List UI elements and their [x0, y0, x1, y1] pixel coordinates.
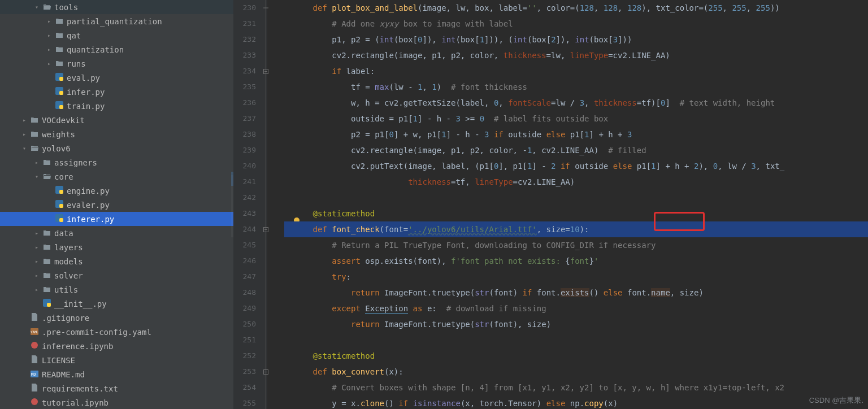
tree-item-label: layers	[54, 243, 83, 252]
tree-item-runs[interactable]: ▸runs	[0, 56, 233, 71]
code-line[interactable]: @staticmethod	[284, 348, 868, 364]
chevron-right-icon[interactable]: ▸	[33, 258, 41, 264]
folder-open-icon	[29, 144, 40, 153]
tree-item-label: requirements.txt	[42, 384, 118, 393]
code-line[interactable]: cv2.rectangle(image, p1, p2, color, thic…	[284, 47, 868, 63]
code-line[interactable]: # Convert boxes with shape [n, 4] from […	[284, 380, 868, 395]
fold-toggle-icon[interactable]	[263, 68, 268, 74]
code-line[interactable]: @staticmethod	[284, 206, 868, 221]
code-line[interactable]: # Return a PIL TrueType Font, downloadin…	[284, 237, 868, 253]
tree-item-evaler-py[interactable]: evaler.py	[0, 198, 233, 212]
code-line[interactable]: # Add one xyxy box to image with label	[284, 16, 868, 32]
line-number: 232	[233, 32, 256, 47]
code-line[interactable]	[284, 332, 868, 348]
py-icon	[54, 214, 64, 224]
chevron-right-icon[interactable]: ▸	[20, 131, 28, 137]
code-line[interactable]	[284, 190, 868, 206]
tree-item-core[interactable]: ▾core	[0, 169, 233, 184]
tree-item-weights[interactable]: ▸weights	[0, 127, 233, 141]
code-line[interactable]: thickness=tf, lineType=cv2.LINE_AA)	[284, 174, 868, 190]
code-line[interactable]: if label:	[284, 63, 868, 79]
folder-icon	[42, 257, 52, 266]
tree-item-partial-quantization[interactable]: ▸partial_quantization	[0, 14, 233, 28]
code-line[interactable]: p1, p2 = (int(box[0]), int(box[1])), (in…	[284, 32, 868, 47]
tree-item-infer-py[interactable]: infer.py	[0, 85, 233, 99]
svg-text:YAML: YAML	[31, 330, 38, 334]
folder-icon	[54, 59, 64, 68]
code-line[interactable]: def plot_box_and_label(image, lw, box, l…	[284, 0, 868, 16]
tree-item-readme-md[interactable]: MDREADME.md	[0, 367, 233, 381]
code-line[interactable]: tf = max(lw - 1, 1) # font thickness	[284, 79, 868, 95]
chevron-right-icon[interactable]: ▸	[33, 244, 41, 250]
code-line[interactable]: try:	[284, 269, 868, 285]
code-line[interactable]: def font_check(font='../yolov6/utils/Ari…	[284, 221, 868, 237]
code-line[interactable]: w, h = cv2.getTextSize(label, 0, fontSca…	[284, 95, 868, 111]
code-line[interactable]: def box_convert(x):	[284, 364, 868, 380]
fold-toggle-icon[interactable]	[263, 5, 268, 11]
tree-item-engine-py[interactable]: engine.py	[0, 184, 233, 198]
tree-item-assigners[interactable]: ▸assigners	[0, 155, 233, 169]
tree-item-label: partial_quantization	[67, 17, 162, 26]
tree-item-yolov6[interactable]: ▾yolov6	[0, 141, 233, 155]
tree-item-label: LICENSE	[42, 356, 75, 365]
chevron-right-icon[interactable]: ▸	[45, 46, 53, 53]
tree-item-tools[interactable]: ▾tools	[0, 0, 233, 14]
line-number: 230	[233, 0, 256, 16]
chevron-right-icon[interactable]: ▸	[45, 18, 53, 24]
line-number: 246	[233, 253, 256, 269]
watermark-text: CSDN @吉果果.	[809, 395, 863, 406]
folder-icon	[42, 158, 52, 167]
code-line[interactable]: outside = p1[1] - h - 3 >= 0 # label fit…	[284, 111, 868, 127]
chevron-down-icon[interactable]: ▾	[33, 4, 41, 10]
tree-item-label: eval.py	[67, 73, 100, 82]
chevron-down-icon[interactable]: ▾	[20, 145, 28, 151]
tree-item-inference-ipynb[interactable]: inference.ipynb	[0, 339, 233, 353]
chevron-right-icon[interactable]: ▸	[33, 286, 41, 293]
tree-item-models[interactable]: ▸models	[0, 254, 233, 268]
code-area[interactable]: def plot_box_and_label(image, lw, box, l…	[267, 0, 868, 409]
tree-item-vocdevkit[interactable]: ▸VOCdevkit	[0, 113, 233, 127]
line-number: 233	[233, 47, 256, 63]
tree-item-license[interactable]: LICENSE	[0, 353, 233, 367]
project-tree-panel[interactable]: ▾tools▸partial_quantization▸qat▸quantiza…	[0, 0, 233, 409]
tree-item-utils[interactable]: ▸utils	[0, 282, 233, 297]
code-line[interactable]: cv2.rectangle(image, p1, p2, color, -1, …	[284, 142, 868, 158]
tree-item--gitignore[interactable]: .gitignore	[0, 311, 233, 325]
tree-item-tutorial-ipynb[interactable]: tutorial.ipynb	[0, 395, 233, 409]
tree-item-qat[interactable]: ▸qat	[0, 28, 233, 42]
code-line[interactable]: except Exception as e: # download if mis…	[284, 301, 868, 316]
code-line[interactable]: return ImageFont.truetype(str(font) if f…	[284, 285, 868, 301]
chevron-right-icon[interactable]: ▸	[45, 60, 53, 67]
folder-icon	[42, 271, 52, 280]
line-number-gutter: 2302312322332342352362372382392402412422…	[233, 0, 267, 409]
chevron-right-icon[interactable]: ▸	[45, 32, 53, 38]
folder-open-icon	[42, 3, 52, 12]
folder-icon	[54, 45, 64, 54]
chevron-right-icon[interactable]: ▸	[20, 117, 28, 123]
chevron-right-icon[interactable]: ▸	[33, 272, 41, 279]
fold-toggle-icon[interactable]	[263, 369, 268, 375]
code-line[interactable]: p2 = p1[0] + w, p1[1] - h - 3 if outside…	[284, 127, 868, 142]
tree-item-solver[interactable]: ▸solver	[0, 268, 233, 282]
chevron-right-icon[interactable]: ▸	[33, 230, 41, 236]
code-line[interactable]: assert osp.exists(font), f'font path not…	[284, 253, 868, 269]
code-line[interactable]: cv2.putText(image, label, (p1[0], p1[1] …	[284, 158, 868, 174]
code-line[interactable]: y = x.clone() if isinstance(x, torch.Ten…	[284, 395, 868, 409]
tree-item--init-py[interactable]: __init__.py	[0, 297, 233, 311]
tree-item-train-py[interactable]: train.py	[0, 99, 233, 113]
code-editor[interactable]: 2302312322332342352362372382392402412422…	[233, 0, 868, 409]
tree-item-data[interactable]: ▸data	[0, 226, 233, 240]
chevron-right-icon[interactable]: ▸	[33, 159, 41, 166]
tree-item-label: data	[54, 229, 73, 238]
line-number: 234	[233, 63, 256, 79]
tree-item-requirements-txt[interactable]: requirements.txt	[0, 381, 233, 395]
chevron-down-icon[interactable]: ▾	[33, 173, 41, 180]
tree-item-inferer-py[interactable]: inferer.py	[0, 212, 233, 226]
tree-item--pre-commit-config-yaml[interactable]: YAML.pre-commit-config.yaml	[0, 325, 233, 339]
tree-item-eval-py[interactable]: eval.py	[0, 71, 233, 85]
svg-rect-1	[59, 77, 63, 81]
tree-item-layers[interactable]: ▸layers	[0, 240, 233, 254]
fold-toggle-icon[interactable]	[263, 227, 268, 232]
tree-item-quantization[interactable]: ▸quantization	[0, 42, 233, 56]
code-line[interactable]: return ImageFont.truetype(str(font), siz…	[284, 316, 868, 332]
